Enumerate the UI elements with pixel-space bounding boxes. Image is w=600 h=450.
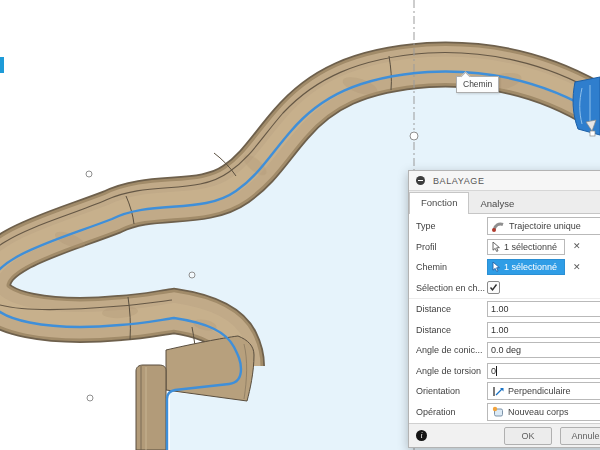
chain-selection-checkbox[interactable] [487, 281, 500, 294]
row-profil: Profil 1 sélectionné ✕ [409, 237, 600, 258]
cursor-icon [492, 262, 501, 272]
row-operation: Opération Nouveau corps ▼ [409, 402, 600, 423]
row-chemin: Chemin 1 sélectionné ✕ [409, 257, 600, 278]
taper-angle-input[interactable] [487, 342, 600, 358]
type-label: Type [416, 221, 487, 231]
type-value: Trajectoire unique [509, 221, 581, 231]
profil-select-button[interactable]: 1 sélectionné [487, 239, 565, 255]
sweep-type-icon [492, 221, 505, 232]
orientation-label: Orientation [416, 386, 487, 396]
perpendicular-icon [492, 386, 504, 397]
row-distance-1: Distance [409, 299, 600, 320]
cancel-button[interactable]: Annuler [560, 427, 600, 445]
operation-value: Nouveau corps [508, 407, 569, 417]
operation-label: Opération [416, 407, 487, 417]
dialog-title: BALAYAGE [433, 176, 485, 186]
distance1-input[interactable] [487, 301, 600, 317]
tab-fonction[interactable]: Fonction [409, 192, 469, 214]
row-taper-angle: Angle de conic... [409, 340, 600, 361]
text-cursor [496, 366, 497, 376]
chemin-label: Chemin [416, 262, 487, 272]
path-tooltip-label: Chemin [463, 79, 492, 89]
drag-handle-icon[interactable] [416, 176, 425, 185]
row-twist-angle: Angle de torsion [409, 361, 600, 382]
sweep-profile[interactable] [573, 77, 600, 136]
axis-point[interactable] [410, 132, 418, 140]
chemin-select-button[interactable]: 1 sélectionné [487, 259, 565, 275]
ok-button[interactable]: OK [504, 427, 552, 445]
twist-angle-label: Angle de torsion [416, 366, 487, 376]
chain-selection-label: Sélection en ch... [416, 283, 487, 293]
distance1-label: Distance [416, 304, 487, 314]
orientation-dropdown[interactable]: Perpendiculaire ▼ [487, 382, 600, 400]
path-tooltip: Chemin [456, 76, 499, 93]
info-icon[interactable]: i [416, 430, 427, 441]
cursor-icon [492, 242, 501, 252]
row-chain-selection: Sélection en ch... [409, 278, 600, 300]
operation-dropdown[interactable]: Nouveau corps ▼ [487, 403, 600, 421]
dialog-header[interactable]: BALAYAGE [409, 171, 600, 191]
distance2-input[interactable] [487, 322, 600, 338]
profil-count: 1 sélectionné [504, 242, 557, 252]
twist-angle-input[interactable] [487, 363, 600, 379]
docked-panel-tab[interactable] [0, 57, 4, 73]
profil-label: Profil [416, 242, 487, 252]
row-orientation: Orientation Perpendiculaire ▼ [409, 381, 600, 402]
row-distance-2: Distance [409, 320, 600, 341]
dialog-footer: i OK Annuler [409, 423, 600, 447]
dialog-tabs: Fonction Analyse [409, 191, 600, 214]
taper-angle-label: Angle de conic... [416, 345, 487, 355]
dialog-body: Type Trajectoire unique ▼ Profil [409, 214, 600, 423]
type-dropdown[interactable]: Trajectoire unique ▼ [487, 217, 600, 235]
chemin-count: 1 sélectionné [504, 262, 557, 272]
profil-clear-button[interactable]: ✕ [573, 242, 581, 251]
chemin-clear-button[interactable]: ✕ [573, 263, 581, 272]
application-window: Chemin BALAYAGE Fonction Analyse Type [0, 0, 600, 450]
tab-analyse[interactable]: Analyse [469, 194, 525, 213]
distance2-label: Distance [416, 325, 487, 335]
row-type: Type Trajectoire unique ▼ [409, 216, 600, 237]
checkmark-icon [489, 283, 498, 292]
new-body-icon [492, 406, 504, 417]
orientation-value: Perpendiculaire [508, 386, 571, 396]
sweep-dialog: BALAYAGE Fonction Analyse Type Trajectoi… [408, 170, 600, 448]
